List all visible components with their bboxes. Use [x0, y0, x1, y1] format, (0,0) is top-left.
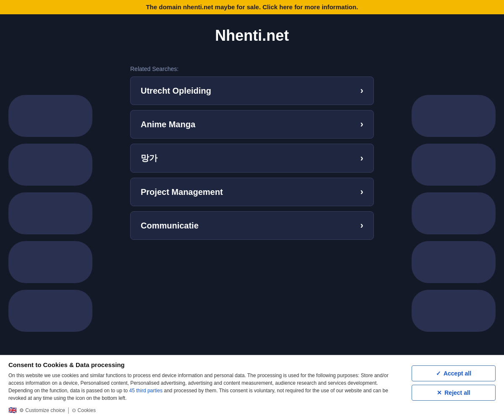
customize-link[interactable]: ⚙ Customize choice [19, 407, 65, 413]
left-pill-5 [8, 290, 92, 332]
arrow-icon-anime: › [360, 119, 363, 130]
related-searches-label: Related Searches: [130, 66, 374, 72]
left-pill-1 [8, 95, 92, 137]
right-pill-3 [412, 192, 496, 234]
left-pill-3 [8, 192, 92, 234]
search-item-anime[interactable]: Anime Manga › [130, 110, 374, 139]
right-decorative-panel [374, 66, 504, 375]
left-pill-4 [8, 241, 92, 283]
cookies-link[interactable]: ⊙ Cookies [72, 407, 96, 413]
center-panel: Related Searches: Utrecht Opleiding › An… [130, 66, 374, 375]
arrow-icon-project: › [360, 186, 363, 197]
flag-icon: 🇬🇧 [8, 406, 17, 414]
search-item-label-communicatie: Communicatie [141, 221, 199, 231]
search-item-manga-kr[interactable]: 망가 › [130, 144, 374, 173]
arrow-icon-manga-kr: › [360, 153, 363, 164]
search-items-list: Utrecht Opleiding › Anime Manga › 망가 › P… [130, 76, 374, 240]
arrow-icon-communicatie: › [360, 220, 363, 231]
reject-x-icon: ✕ [437, 389, 442, 396]
right-pill-5 [412, 290, 496, 332]
right-pill-1 [412, 95, 496, 137]
search-item-label-anime: Anime Manga [141, 120, 195, 129]
left-decorative-panel [0, 66, 130, 375]
cookie-buttons: ✓ Accept all ✕ Reject all [412, 361, 496, 401]
cookie-title: Consent to Cookies & Data processing [8, 361, 403, 368]
arrow-icon-utrecht: › [360, 85, 363, 96]
search-item-label-utrecht: Utrecht Opleiding [141, 86, 211, 96]
right-pill-4 [412, 241, 496, 283]
search-item-label-project: Project Management [141, 187, 223, 197]
sale-banner[interactable]: The domain nhenti.net maybe for sale. Cl… [0, 0, 504, 14]
banner-text: The domain nhenti.net maybe for sale. Cl… [146, 3, 358, 10]
cookie-text-area: Consent to Cookies & Data processing On … [8, 361, 403, 414]
search-item-project[interactable]: Project Management › [130, 178, 374, 206]
search-item-utrecht[interactable]: Utrecht Opleiding › [130, 76, 374, 105]
reject-all-button[interactable]: ✕ Reject all [412, 385, 496, 401]
accept-label: Accept all [444, 370, 471, 377]
right-pill-2 [412, 144, 496, 186]
reject-label: Reject all [444, 389, 470, 396]
cookie-body: On this website we use cookies and simil… [8, 372, 403, 402]
third-parties-link[interactable]: 45 third parties [129, 388, 163, 394]
search-item-communicatie[interactable]: Communicatie › [130, 211, 374, 240]
cookie-consent-banner: Consent to Cookies & Data processing On … [0, 355, 504, 420]
site-title: Nhenti.net [0, 27, 504, 45]
separator1: | [68, 407, 69, 414]
left-pill-2 [8, 144, 92, 186]
accept-all-button[interactable]: ✓ Accept all [412, 365, 496, 381]
accept-checkmark-icon: ✓ [436, 370, 441, 377]
search-item-label-manga-kr: 망가 [141, 152, 158, 164]
